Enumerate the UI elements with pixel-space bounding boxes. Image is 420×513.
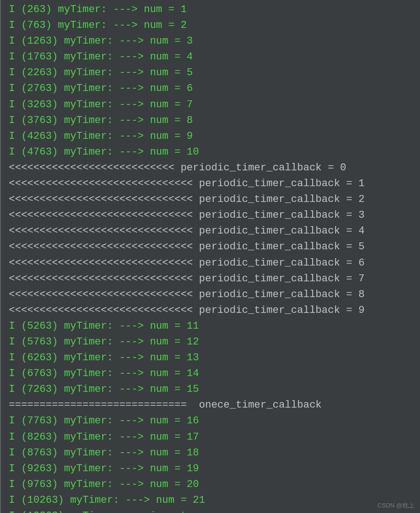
log-line: <<<<<<<<<<<<<<<<<<<<<<<<<<<<<< periodic_… [2, 303, 420, 318]
log-line: <<<<<<<<<<<<<<<<<<<<<<<<<<< periodic_tim… [2, 160, 420, 176]
log-line: I (10263) myTimer: app is out [2, 508, 420, 513]
log-line: I (263) myTimer: ---> num = 1 [2, 2, 420, 18]
log-line: <<<<<<<<<<<<<<<<<<<<<<<<<<<<<< periodic_… [2, 239, 420, 255]
log-line: I (5263) myTimer: ---> num = 11 [2, 318, 420, 334]
log-line: I (6263) myTimer: ---> num = 13 [2, 350, 420, 366]
log-line: I (9763) myTimer: ---> num = 20 [2, 477, 420, 493]
log-line: I (6763) myTimer: ---> num = 14 [2, 366, 420, 382]
log-line: I (3763) myTimer: ---> num = 8 [2, 113, 420, 129]
log-line: ============================= onece_time… [2, 397, 420, 413]
log-line: I (8263) myTimer: ---> num = 17 [2, 429, 420, 445]
log-line: <<<<<<<<<<<<<<<<<<<<<<<<<<<<<< periodic_… [2, 271, 420, 287]
log-line: I (1763) myTimer: ---> num = 4 [2, 49, 420, 65]
log-line: I (4763) myTimer: ---> num = 10 [2, 144, 420, 160]
log-line: <<<<<<<<<<<<<<<<<<<<<<<<<<<<<< periodic_… [2, 287, 420, 303]
log-line: I (9263) myTimer: ---> num = 19 [2, 461, 420, 477]
log-line: I (1263) myTimer: ---> num = 3 [2, 33, 420, 49]
log-line: I (3263) myTimer: ---> num = 7 [2, 97, 420, 113]
log-line: I (4263) myTimer: ---> num = 9 [2, 129, 420, 144]
log-line: I (2763) myTimer: ---> num = 6 [2, 81, 420, 97]
log-line: <<<<<<<<<<<<<<<<<<<<<<<<<<<<<< periodic_… [2, 208, 420, 223]
terminal-output[interactable]: I (263) myTimer: ---> num = 1I (763) myT… [0, 0, 420, 513]
log-line: I (763) myTimer: ---> num = 2 [2, 18, 420, 33]
log-line: I (2263) myTimer: ---> num = 5 [2, 65, 420, 81]
log-line: I (7263) myTimer: ---> num = 15 [2, 382, 420, 397]
log-line: I (10263) myTimer: ---> num = 21 [2, 493, 420, 508]
watermark: CSDN @枕上 [377, 501, 414, 510]
log-line: I (8763) myTimer: ---> num = 18 [2, 445, 420, 461]
log-line: <<<<<<<<<<<<<<<<<<<<<<<<<<<<<< periodic_… [2, 255, 420, 271]
log-line: <<<<<<<<<<<<<<<<<<<<<<<<<<<<<< periodic_… [2, 192, 420, 208]
log-line: <<<<<<<<<<<<<<<<<<<<<<<<<<<<<< periodic_… [2, 176, 420, 192]
log-line: I (5763) myTimer: ---> num = 12 [2, 334, 420, 350]
log-line: I (7763) myTimer: ---> num = 16 [2, 413, 420, 429]
log-line: <<<<<<<<<<<<<<<<<<<<<<<<<<<<<< periodic_… [2, 223, 420, 239]
